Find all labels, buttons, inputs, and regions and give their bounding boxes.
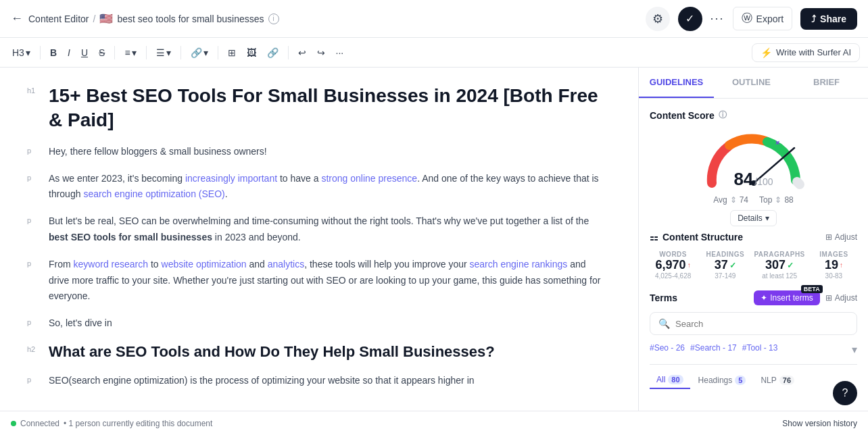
main: h1 15+ Best SEO Tools For Small Business… bbox=[0, 68, 868, 411]
p3-text[interactable]: But let's be real, SEO can be overwhelmi… bbox=[49, 213, 606, 246]
terms-section: Terms ✦ Insert terms BETA ⊞ Adjust bbox=[650, 290, 857, 389]
content-score-section: Content Score ⓘ bbox=[650, 109, 857, 121]
gauge-score: 84/100 bbox=[733, 169, 773, 190]
panel-tabs: GUIDELINES OUTLINE BRIEF bbox=[639, 68, 868, 99]
status-left: Connected • 1 person currently editing t… bbox=[11, 419, 212, 428]
panel-content[interactable]: Content Score ⓘ bbox=[639, 99, 868, 411]
insert-terms-button[interactable]: ✦ Insert terms BETA bbox=[754, 290, 819, 305]
toolbar-divider-1 bbox=[40, 46, 41, 59]
bold-seo-tools: best SEO tools for small businesses bbox=[49, 232, 212, 242]
ai-label: Write with Surfer AI bbox=[776, 47, 851, 57]
insert-terms-label: Insert terms bbox=[770, 293, 813, 303]
link-strong: strong online presence bbox=[321, 173, 417, 184]
undo-button[interactable]: ↩ bbox=[294, 45, 310, 61]
more-toolbar-button[interactable]: ··· bbox=[332, 45, 348, 61]
editor-area[interactable]: h1 15+ Best SEO Tools For Small Business… bbox=[0, 68, 638, 411]
term-search[interactable]: #Search - 17 bbox=[690, 343, 737, 356]
score-info-icon[interactable]: ⓘ bbox=[719, 109, 727, 121]
h2-heading[interactable]: What are SEO Tools and How Do They Help … bbox=[49, 342, 606, 362]
settings-button[interactable]: ⚙ bbox=[646, 7, 670, 31]
p2-text[interactable]: As we enter 2023, it's becoming increasi… bbox=[49, 171, 606, 203]
strikethrough-button[interactable]: S bbox=[95, 45, 109, 61]
headings-range: 37-149 bbox=[702, 272, 748, 280]
terms-actions: ✦ Insert terms BETA ⊞ Adjust bbox=[754, 290, 857, 305]
filter-nlp[interactable]: NLP 76 bbox=[754, 372, 801, 388]
words-range: 4,025-4,628 bbox=[650, 272, 696, 280]
version-history-button[interactable]: Show version history bbox=[782, 419, 857, 428]
breadcrumb-sep: / bbox=[93, 14, 96, 24]
p4-tag: p bbox=[27, 259, 31, 267]
link-website: website optimization bbox=[162, 259, 247, 270]
link-button[interactable]: 🔗 ▾ bbox=[187, 45, 212, 61]
table-button[interactable]: ⊞ bbox=[224, 45, 240, 61]
terms-search-input[interactable] bbox=[675, 319, 848, 329]
terms-chevron[interactable]: ▾ bbox=[852, 343, 857, 356]
term-tool[interactable]: #Tool - 13 bbox=[742, 343, 778, 356]
terms-search-box[interactable]: 🔍 bbox=[650, 312, 857, 335]
p6-block: p SEO(search engine optimization) is the… bbox=[22, 373, 606, 389]
underline-button[interactable]: U bbox=[77, 45, 92, 61]
paragraphs-value: 307 ✓ bbox=[754, 258, 804, 272]
p4-text[interactable]: From keyword research to website optimiz… bbox=[49, 257, 606, 305]
terms-title: Terms bbox=[650, 292, 677, 303]
filter-all[interactable]: All 80 bbox=[650, 372, 690, 389]
images-indicator: ↑ bbox=[840, 261, 843, 269]
details-chevron: ▾ bbox=[765, 213, 769, 223]
p6-text[interactable]: SEO(search engine optimization) is the p… bbox=[49, 373, 606, 389]
score-denom: /100 bbox=[754, 176, 773, 187]
undo-icon: ↩ bbox=[298, 47, 306, 58]
back-button[interactable]: ← bbox=[11, 11, 23, 26]
header-left: ← Content Editor / 🇺🇸 best seo tools for… bbox=[11, 11, 279, 26]
filter-tabs: All 80 Headings 5 NLP 76 bbox=[650, 364, 857, 389]
image-button[interactable]: 🖼 bbox=[243, 45, 260, 61]
more-icon: ··· bbox=[336, 47, 344, 58]
help-button[interactable]: ? bbox=[833, 381, 857, 405]
export-label: Export bbox=[756, 14, 783, 24]
align-button[interactable]: ≡ ▾ bbox=[120, 45, 140, 61]
headings-value: 37 ✓ bbox=[702, 258, 748, 272]
redo-icon: ↪ bbox=[317, 47, 325, 58]
check-button[interactable]: ✓ bbox=[678, 7, 702, 31]
wordpress-icon: ⓦ bbox=[742, 11, 752, 26]
filter-headings[interactable]: Headings 5 bbox=[692, 372, 753, 388]
adjust-terms-button[interactable]: ⊞ Adjust bbox=[825, 293, 857, 303]
content-score-label: Content Score bbox=[650, 110, 715, 121]
p1-text[interactable]: Hey, there fellow bloggers & small busin… bbox=[49, 144, 606, 160]
link-rankings: search engine rankings bbox=[470, 259, 568, 270]
adjust-structure-button[interactable]: ⊞ Adjust bbox=[825, 232, 857, 242]
details-button[interactable]: Details ▾ bbox=[730, 210, 777, 226]
stat-images: IMAGES 19 ↑ 30-83 bbox=[811, 251, 857, 280]
more-options-button[interactable]: ··· bbox=[710, 11, 725, 26]
link-icon: 🔗 bbox=[191, 47, 202, 58]
avg-label: Avg bbox=[713, 195, 727, 205]
tab-brief[interactable]: BRIEF bbox=[789, 68, 864, 98]
tab-outline[interactable]: OUTLINE bbox=[714, 68, 789, 98]
bold-button[interactable]: B bbox=[46, 45, 61, 61]
align-chevron: ▾ bbox=[132, 47, 137, 58]
tab-guidelines[interactable]: GUIDELINES bbox=[639, 68, 714, 98]
p5-text[interactable]: So, let's dive in bbox=[49, 315, 606, 332]
status-bar: Connected • 1 person currently editing t… bbox=[0, 411, 868, 435]
wordpress-export-button[interactable]: ⓦ Export bbox=[733, 7, 792, 30]
share-button[interactable]: ⤴ Share bbox=[800, 8, 857, 30]
heading-selector[interactable]: H3 ▾ bbox=[8, 45, 34, 61]
h1-tag: h1 bbox=[27, 86, 35, 95]
p3-block: p But let's be real, SEO can be overwhel… bbox=[22, 213, 606, 246]
top-label: Top bbox=[759, 195, 772, 205]
words-indicator: ↑ bbox=[688, 261, 691, 269]
toolbar-divider-2 bbox=[114, 46, 115, 59]
ai-icon: ⚡ bbox=[761, 47, 772, 58]
italic-button[interactable]: I bbox=[64, 45, 74, 61]
h2-block: h2 What are SEO Tools and How Do They He… bbox=[22, 342, 606, 362]
term-seo[interactable]: #Seo - 26 bbox=[650, 343, 685, 356]
list-button[interactable]: ☰ ▾ bbox=[152, 45, 175, 61]
list-chevron: ▾ bbox=[166, 47, 171, 58]
p3-tag: p bbox=[27, 216, 31, 224]
info-icon[interactable]: i bbox=[268, 14, 279, 24]
redo-button[interactable]: ↪ bbox=[313, 45, 329, 61]
h1-heading[interactable]: 15+ Best SEO Tools For Small Businesses … bbox=[49, 84, 606, 133]
ai-write-button[interactable]: ⚡ Write with Surfer AI bbox=[752, 43, 860, 62]
panel-scroll-indicator bbox=[864, 68, 868, 98]
hyperlink-button[interactable]: 🔗 bbox=[263, 45, 283, 61]
paragraphs-indicator: ✓ bbox=[787, 261, 794, 270]
